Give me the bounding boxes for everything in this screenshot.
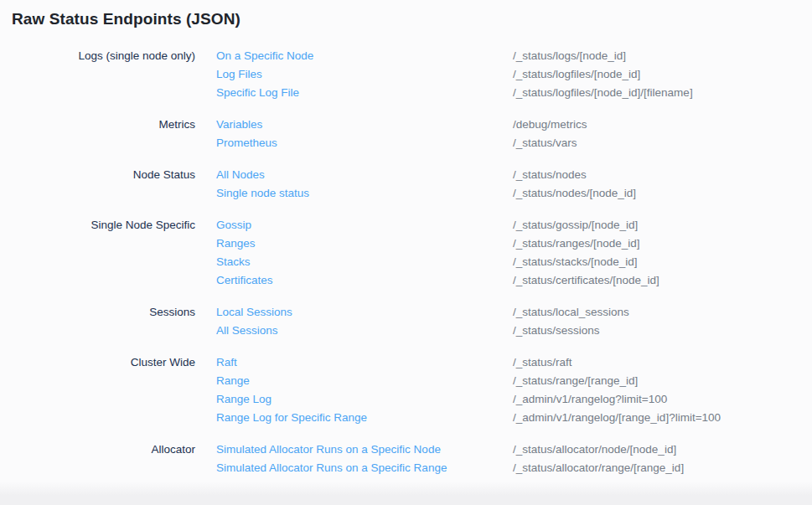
endpoint-link[interactable]: On a Specific Node xyxy=(216,47,313,65)
endpoint-path: /_status/stacks/[node_id] xyxy=(513,253,812,271)
endpoint-link[interactable]: All Nodes xyxy=(216,166,265,184)
endpoint-path: /_status/logfiles/[node_id] xyxy=(513,65,812,84)
section-category-label: Single Node Specific xyxy=(12,216,216,234)
endpoint-path: /_status/allocator/node/[node_id] xyxy=(513,441,812,459)
endpoint-path: /_status/sessions xyxy=(513,322,812,340)
section-category-label: Cluster Wide xyxy=(12,353,216,372)
endpoint-path: /_status/gossip/[node_id] xyxy=(513,216,812,234)
endpoint-path: /_status/allocator/range/[range_id] xyxy=(513,459,812,477)
section-links-column: On a Specific NodeLog FilesSpecific Log … xyxy=(216,47,513,102)
section-links-column: Simulated Allocator Runs on a Specific N… xyxy=(216,441,513,477)
endpoint-section: Node Status All NodesSingle node status … xyxy=(12,166,812,203)
footer-strip xyxy=(0,482,812,505)
section-links-column: GossipRangesStacksCertificates xyxy=(216,216,513,290)
endpoint-link[interactable]: Simulated Allocator Runs on a Specific R… xyxy=(216,459,447,477)
endpoint-link[interactable]: All Sessions xyxy=(216,322,278,340)
endpoint-link[interactable]: Range xyxy=(216,372,250,390)
endpoint-link[interactable]: Variables xyxy=(216,116,262,134)
endpoint-link[interactable]: Local Sessions xyxy=(216,303,292,322)
section-paths-column: /_status/logs/[node_id]/_status/logfiles… xyxy=(513,47,812,102)
section-links-column: VariablesPrometheus xyxy=(216,116,513,152)
endpoint-path: /_admin/v1/rangelog/[range_id]?limit=100 xyxy=(513,409,812,427)
endpoint-link[interactable]: Gossip xyxy=(216,216,251,234)
section-paths-column: /_status/allocator/node/[node_id]/_statu… xyxy=(513,441,812,477)
endpoint-path: /_status/raft xyxy=(513,353,812,372)
debug-endpoints-page: Raw Status Endpoints (JSON) Logs (single… xyxy=(0,0,812,505)
endpoint-link[interactable]: Stacks xyxy=(216,253,251,271)
section-category-label: Metrics xyxy=(12,116,216,134)
section-paths-column: /_status/local_sessions/_status/sessions xyxy=(513,303,812,340)
endpoint-link[interactable]: Log Files xyxy=(216,65,262,84)
section-links-column: All NodesSingle node status xyxy=(216,166,513,203)
endpoint-path: /_status/logs/[node_id] xyxy=(513,47,812,65)
endpoint-link[interactable]: Specific Log File xyxy=(216,84,299,102)
endpoint-link[interactable]: Range Log xyxy=(216,390,272,409)
endpoint-path: /_status/ranges/[node_id] xyxy=(513,234,812,253)
section-links-column: RaftRangeRange LogRange Log for Specific… xyxy=(216,353,513,427)
endpoint-link[interactable]: Simulated Allocator Runs on a Specific N… xyxy=(216,441,441,459)
endpoint-path: /debug/metrics xyxy=(513,116,812,134)
endpoint-section: Cluster Wide RaftRangeRange LogRange Log… xyxy=(12,353,812,427)
endpoint-link[interactable]: Ranges xyxy=(216,234,256,253)
endpoint-path: /_status/range/[range_id] xyxy=(513,372,812,390)
section-category-label: Sessions xyxy=(12,303,216,322)
endpoint-path: /_status/nodes xyxy=(513,166,812,184)
endpoint-link[interactable]: Prometheus xyxy=(216,134,277,152)
endpoint-path: /_status/certificates/[node_id] xyxy=(513,271,812,290)
endpoint-path: /_admin/v1/rangelog?limit=100 xyxy=(513,390,812,409)
section-links-column: Local SessionsAll Sessions xyxy=(216,303,513,340)
section-paths-column: /_status/nodes/_status/nodes/[node_id] xyxy=(513,166,812,203)
endpoint-link[interactable]: Range Log for Specific Range xyxy=(216,409,367,427)
endpoint-path: /_status/nodes/[node_id] xyxy=(513,184,812,203)
section-paths-column: /_status/raft/_status/range/[range_id]/_… xyxy=(513,353,812,427)
endpoint-path: /_status/local_sessions xyxy=(513,303,812,322)
section-paths-column: /debug/metrics/_status/vars xyxy=(513,116,812,152)
endpoint-section: Sessions Local SessionsAll Sessions /_st… xyxy=(12,303,812,340)
endpoint-path: /_status/vars xyxy=(513,134,812,152)
section-paths-column: /_status/gossip/[node_id]/_status/ranges… xyxy=(513,216,812,290)
endpoint-link[interactable]: Certificates xyxy=(216,271,273,290)
endpoints-table: Logs (single node only) On a Specific No… xyxy=(12,47,812,491)
endpoint-section: Allocator Simulated Allocator Runs on a … xyxy=(12,441,812,477)
endpoint-link[interactable]: Raft xyxy=(216,353,237,372)
endpoint-path: /_status/logfiles/[node_id]/[filename] xyxy=(513,84,812,102)
section-category-label: Node Status xyxy=(12,166,216,184)
endpoint-section: Single Node Specific GossipRangesStacksC… xyxy=(12,216,812,290)
endpoint-link[interactable]: Single node status xyxy=(216,184,309,203)
endpoint-section: Metrics VariablesPrometheus /debug/metri… xyxy=(12,116,812,152)
section-category-label: Logs (single node only) xyxy=(12,47,216,65)
section-category-label: Allocator xyxy=(12,441,216,459)
page-title: Raw Status Endpoints (JSON) xyxy=(12,10,240,28)
endpoint-section: Logs (single node only) On a Specific No… xyxy=(12,47,812,102)
